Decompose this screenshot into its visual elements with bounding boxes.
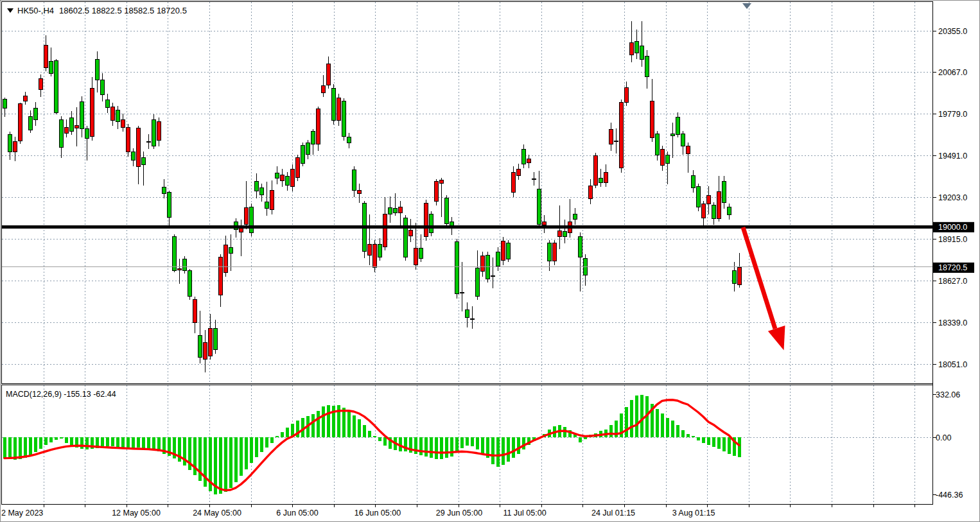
macd-histogram-bar bbox=[383, 437, 387, 446]
macd-histogram-bar bbox=[8, 437, 12, 459]
macd-histogram-bar bbox=[656, 409, 659, 437]
candle-body bbox=[429, 214, 433, 233]
candle bbox=[18, 103, 22, 144]
candle-body bbox=[629, 43, 633, 55]
candle-body bbox=[414, 248, 417, 265]
candle-body bbox=[542, 222, 546, 225]
candle-body bbox=[578, 236, 582, 257]
chart-title: HK50-,H418602.5 18822.5 18582.5 18720.5 bbox=[17, 6, 187, 15]
candle-body bbox=[193, 300, 197, 323]
macd-histogram-bar bbox=[671, 421, 674, 437]
candle-body bbox=[737, 268, 741, 285]
macd-histogram-bar bbox=[24, 437, 27, 458]
candle-body bbox=[311, 132, 315, 144]
candle-body bbox=[378, 245, 381, 257]
price-axis-label: 19779.0 bbox=[938, 110, 967, 119]
macd-histogram-bar bbox=[481, 437, 484, 453]
time-axis-label: 24 Jul 01:15 bbox=[591, 509, 635, 518]
macd-histogram-bar bbox=[121, 437, 125, 449]
candle bbox=[295, 155, 299, 182]
macd-histogram-bar bbox=[327, 405, 330, 437]
macd-histogram-bar bbox=[584, 437, 587, 439]
candle-body bbox=[295, 157, 299, 178]
candle-body bbox=[33, 109, 37, 120]
macd-histogram-bar bbox=[70, 437, 73, 446]
macd-histogram-bar bbox=[491, 437, 494, 464]
candle-body bbox=[547, 243, 551, 261]
macd-histogram-bar bbox=[630, 400, 633, 437]
macd-histogram-bar bbox=[358, 419, 361, 437]
candle-body bbox=[188, 271, 191, 296]
macd-histogram-bar bbox=[419, 437, 423, 455]
candle-body bbox=[105, 100, 109, 107]
candle-body bbox=[552, 243, 556, 261]
candle-body bbox=[686, 146, 690, 154]
candle-body bbox=[465, 310, 469, 318]
macd-histogram-bar bbox=[39, 437, 42, 449]
candle bbox=[429, 211, 433, 236]
macd-histogram-bar bbox=[717, 437, 721, 449]
macd-histogram-bar bbox=[681, 430, 685, 437]
macd-histogram-bar bbox=[3, 437, 6, 458]
candle-body bbox=[670, 134, 674, 136]
candle-body bbox=[316, 109, 320, 144]
candle-body bbox=[259, 187, 263, 195]
macd-histogram-bar bbox=[44, 437, 48, 445]
candle-body bbox=[609, 130, 613, 144]
horizontal-level-line-19000[interactable] bbox=[2, 225, 932, 229]
macd-histogram-bar bbox=[13, 437, 17, 460]
macd-histogram-bar bbox=[450, 437, 453, 457]
candle-body bbox=[532, 178, 536, 179]
candle-body bbox=[655, 134, 659, 155]
candle-body bbox=[383, 214, 387, 247]
candle-body bbox=[290, 169, 294, 186]
candle-body bbox=[640, 46, 643, 59]
candle-body bbox=[213, 329, 217, 350]
macd-histogram-bar bbox=[49, 437, 53, 442]
candle-body bbox=[388, 207, 392, 214]
candle-body bbox=[537, 189, 541, 224]
candle-body bbox=[496, 252, 500, 266]
candle-body bbox=[59, 120, 63, 148]
macd-histogram-bar bbox=[142, 437, 145, 448]
macd-histogram-bar bbox=[363, 425, 366, 437]
candle bbox=[434, 179, 438, 205]
candle bbox=[126, 124, 130, 157]
macd-histogram-bar bbox=[65, 437, 68, 443]
candle-body bbox=[593, 156, 597, 185]
candle-body bbox=[306, 143, 310, 155]
candle-body bbox=[80, 101, 83, 128]
macd-axis-label: 332.06 bbox=[936, 390, 960, 399]
candle bbox=[619, 100, 623, 173]
candle-body bbox=[13, 142, 17, 152]
macd-histogram-bar bbox=[281, 432, 284, 437]
macd-histogram-bar bbox=[476, 437, 479, 449]
candle-body bbox=[285, 177, 289, 186]
candle-body bbox=[172, 236, 176, 270]
candle-body bbox=[398, 207, 402, 213]
candle-body bbox=[444, 198, 448, 224]
macd-histogram-bar bbox=[697, 437, 700, 440]
candle-body bbox=[152, 119, 155, 146]
macd-histogram-bar bbox=[707, 437, 710, 445]
macd-histogram-bar bbox=[270, 437, 274, 443]
candle-body bbox=[516, 170, 520, 175]
price-axis-label: 18627.0 bbox=[938, 277, 967, 286]
macd-histogram-bar bbox=[219, 437, 222, 494]
macd-histogram-bar bbox=[517, 437, 520, 454]
macd-histogram-bar bbox=[353, 415, 356, 437]
candle-body bbox=[717, 192, 721, 219]
macd-histogram-bar bbox=[229, 437, 232, 488]
chart-surface[interactable]: 20355.020067.019779.019491.019203.018915… bbox=[0, 0, 980, 522]
candle-body bbox=[136, 128, 140, 166]
candle bbox=[403, 215, 407, 261]
candle-body bbox=[331, 88, 335, 121]
candle-body bbox=[619, 103, 623, 168]
candle-body bbox=[23, 96, 27, 101]
macd-histogram-bar bbox=[245, 437, 248, 469]
macd-histogram-bar bbox=[424, 437, 428, 457]
price-axis-label: 19203.0 bbox=[938, 193, 967, 202]
macd-histogram-bar bbox=[661, 413, 664, 437]
time-axis-label: 12 May 05:00 bbox=[112, 509, 161, 518]
macd-axis-label: -446.36 bbox=[936, 491, 963, 500]
